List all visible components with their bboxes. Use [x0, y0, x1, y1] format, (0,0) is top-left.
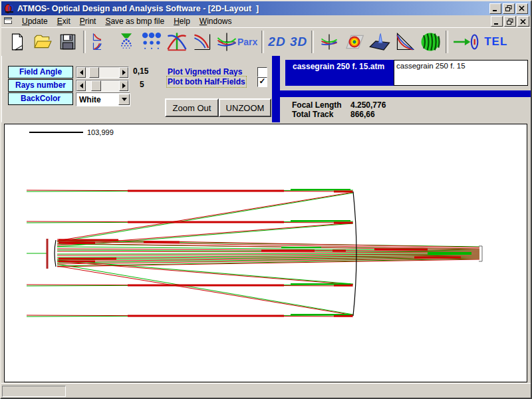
child-restore-button[interactable] — [504, 16, 516, 27]
mdi-system-icon[interactable] — [4, 17, 13, 25]
field-curves-icon — [192, 31, 212, 53]
slider-right-arrow-icon[interactable] — [119, 80, 128, 91]
back-color-value: White — [76, 95, 118, 104]
psf-3d-icon[interactable] — [367, 30, 392, 54]
open-file-icon — [33, 33, 52, 51]
ray-segment — [57, 261, 353, 285]
menu-item-windows[interactable]: Windows — [195, 16, 237, 27]
secondary-mirror — [55, 240, 56, 267]
field-curves-icon[interactable] — [190, 30, 215, 54]
xy-plots-icon — [91, 31, 111, 53]
info-divider — [280, 90, 531, 97]
new-file-icon — [8, 33, 27, 51]
wavefront-fan-icon — [216, 31, 237, 53]
plot-vignetted-checkbox[interactable] — [257, 67, 267, 77]
ray-segment — [57, 192, 353, 241]
view-2d-3d-button[interactable]: 2D 3D — [267, 30, 309, 54]
psf-rings-icon[interactable] — [342, 30, 367, 54]
paraxial-button-label: Parx — [237, 37, 257, 47]
psf-rings-icon — [343, 31, 366, 53]
toolbar-separator — [446, 31, 448, 53]
status-cell — [2, 386, 66, 397]
title-bar: ATMOS- Optical Design and Analysis Softw… — [1, 1, 531, 15]
toolbar: Parx2D 3DTEL — [1, 27, 531, 56]
slider-left-arrow-icon[interactable] — [76, 80, 86, 91]
ray-segment — [57, 266, 353, 315]
spot-diagram-icon[interactable] — [114, 30, 139, 54]
field-angle-button[interactable]: Field Angle — [8, 66, 73, 78]
interferogram-icon[interactable] — [418, 30, 443, 54]
rays-number-button[interactable]: Rays number — [8, 79, 73, 92]
mtf-curve-icon — [395, 31, 415, 53]
menu-bar: UpdateExitPrintSave as bmp fileHelpWindo… — [1, 15, 531, 27]
psf-3d-icon — [368, 31, 391, 53]
spot-diagram-icon — [116, 31, 136, 53]
unzoom-button[interactable]: UNZOOM — [219, 98, 271, 117]
child-close-button[interactable] — [517, 16, 529, 27]
save-file-icon — [59, 33, 77, 51]
xy-plots-icon[interactable] — [88, 30, 114, 54]
file-title-input[interactable]: cassegrain 250 f. 15 — [394, 60, 528, 86]
ray-aberration-icon — [166, 31, 188, 53]
rays-number-slider[interactable] — [76, 80, 129, 92]
plot-half-fields-checkbox[interactable]: ✓ — [257, 77, 267, 87]
menu-item-save-as-bmp-file[interactable]: Save as bmp file — [100, 16, 169, 27]
app-logo-icon — [4, 3, 15, 14]
app-window: ATMOS- Optical Design and Analysis Softw… — [0, 0, 532, 399]
info-panel: cassegrain 250 f. 15.atm cassegrain 250 … — [280, 56, 531, 122]
focal-length-label: Focal Length — [292, 100, 342, 110]
spot-matrix-icon — [141, 31, 162, 53]
child-minimize-button[interactable] — [491, 16, 503, 27]
dropdown-arrow-icon[interactable] — [118, 94, 130, 105]
ray-fan-small-icon[interactable] — [317, 30, 342, 54]
minimize-button[interactable] — [489, 3, 501, 14]
toolbar-separator — [261, 31, 264, 53]
ray-aberration-icon[interactable] — [164, 30, 190, 54]
open-file-icon[interactable] — [30, 30, 55, 54]
file-name-box: cassegrain 250 f. 15.atm — [285, 60, 394, 86]
ray-segment — [57, 193, 353, 242]
total-track-row: Total Track 866,66 — [292, 110, 333, 119]
ray-segment — [57, 264, 353, 315]
plot-half-fields-label: Plot both Half-Fields — [168, 77, 245, 86]
ray-segment — [57, 239, 479, 247]
slider-right-arrow-icon[interactable] — [119, 67, 128, 78]
telescope-button-label: TEL — [484, 35, 507, 49]
back-color-dropdown[interactable]: White — [76, 92, 130, 106]
field-angle-slider[interactable] — [76, 66, 129, 78]
new-file-icon[interactable] — [5, 30, 30, 54]
focal-length-value: 4.250,776 — [350, 100, 386, 110]
telescope-button[interactable]: TEL — [451, 30, 509, 54]
total-track-label: Total Track — [292, 110, 333, 119]
toolbar-separator — [83, 31, 86, 53]
focal-length-row: Focal Length 4.250,776 — [292, 100, 342, 110]
window-title: ATMOS- Optical Design and Analysis Softw… — [17, 4, 489, 13]
layout-canvas[interactable]: 103,999 — [4, 124, 527, 382]
rays-number-value: 5 — [140, 80, 144, 89]
telescope-icon — [452, 32, 480, 52]
interferogram-icon — [420, 31, 441, 53]
close-button[interactable] — [516, 3, 528, 14]
panel-divider — [272, 56, 280, 122]
layout-svg: 103,999 — [5, 124, 527, 382]
mtf-curve-icon[interactable] — [392, 30, 418, 54]
field-angle-value: 0,15 — [133, 66, 148, 76]
menu-item-exit[interactable]: Exit — [53, 16, 75, 27]
plot-vignetted-label: Plot Vignetted Rays — [168, 67, 242, 76]
menu-items: UpdateExitPrintSave as bmp fileHelpWindo… — [17, 17, 237, 26]
paraxial-button[interactable]: Parx — [215, 30, 259, 54]
save-file-icon[interactable] — [55, 30, 80, 54]
zoom-out-button[interactable]: Zoom Out — [165, 98, 219, 117]
back-color-button[interactable]: BackColor — [8, 92, 73, 105]
menu-item-update[interactable]: Update — [17, 16, 53, 27]
ray-segment — [57, 223, 353, 247]
scale-label: 103,999 — [87, 128, 114, 136]
menu-item-print[interactable]: Print — [75, 16, 101, 27]
restore-button[interactable] — [503, 3, 515, 14]
toolbar-separator — [311, 31, 314, 53]
menu-item-help[interactable]: Help — [169, 16, 195, 27]
view-2d-3d-button-label: 2D 3D — [268, 35, 307, 49]
total-track-value: 866,66 — [350, 110, 375, 119]
spot-matrix-icon[interactable] — [139, 30, 164, 54]
slider-left-arrow-icon[interactable] — [76, 67, 86, 78]
